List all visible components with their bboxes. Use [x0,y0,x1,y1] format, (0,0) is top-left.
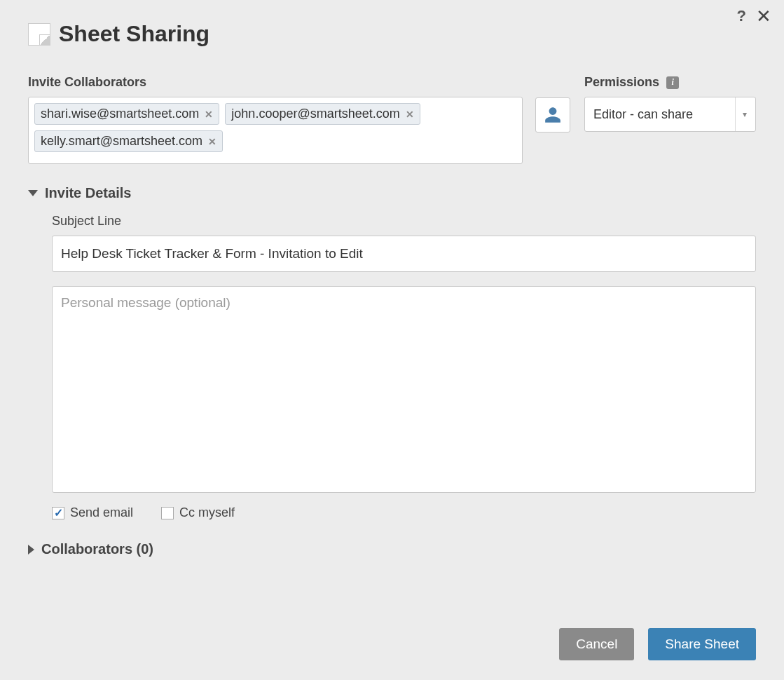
remove-chip-icon[interactable]: ✕ [406,109,414,120]
permissions-select[interactable]: Editor - can share ▾ [584,97,756,132]
permissions-value: Editor - can share [593,107,693,122]
chip-email: kelly.smart@smartsheet.com [41,134,202,149]
invite-collaborators-label: Invite Collaborators [28,75,523,90]
permissions-label: Permissions [584,75,659,90]
invite-details-label: Invite Details [45,185,131,201]
cancel-button[interactable]: Cancel [559,628,634,660]
chip-email: shari.wise@smartsheet.com [41,107,199,121]
help-icon[interactable]: ? [737,7,746,25]
chip-email: john.cooper@smartsheet.com [231,107,399,121]
chevron-down-icon: ▾ [735,97,747,131]
collaborator-chip[interactable]: john.cooper@smartsheet.com ✕ [225,103,420,125]
send-email-label: Send email [70,505,133,520]
collaborators-label: Collaborators (0) [41,541,153,557]
subject-line-input[interactable] [52,236,756,272]
add-person-button[interactable] [535,97,570,132]
chevron-down-icon [28,190,38,196]
share-sheet-button[interactable]: Share Sheet [648,628,756,660]
collaborator-chip[interactable]: shari.wise@smartsheet.com ✕ [34,103,219,125]
checkbox-icon [52,507,64,519]
send-email-checkbox[interactable]: Send email [52,505,133,520]
cc-myself-label: Cc myself [179,505,235,520]
page-title: Sheet Sharing [59,21,209,47]
person-icon [544,106,562,124]
cc-myself-checkbox[interactable]: Cc myself [161,505,235,520]
remove-chip-icon[interactable]: ✕ [205,109,213,120]
chevron-right-icon [28,545,34,555]
invite-details-toggle[interactable]: Invite Details [28,185,756,201]
remove-chip-icon[interactable]: ✕ [208,136,216,147]
subject-line-label: Subject Line [52,214,756,229]
message-textarea[interactable] [52,286,756,493]
collaborator-input[interactable]: shari.wise@smartsheet.com ✕ john.cooper@… [28,97,523,164]
sheet-icon [28,23,50,46]
collaborators-toggle[interactable]: Collaborators (0) [28,541,756,557]
checkbox-icon [161,507,174,519]
close-icon[interactable]: ✕ [756,7,771,25]
collaborator-chip[interactable]: kelly.smart@smartsheet.com ✕ [34,130,223,152]
info-icon[interactable]: i [666,76,679,89]
